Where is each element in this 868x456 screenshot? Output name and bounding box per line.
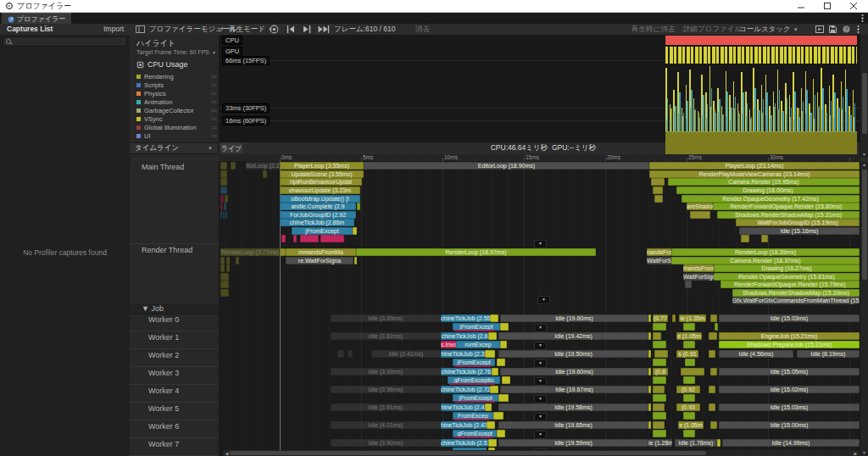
timeline-block[interactable]: [648, 421, 651, 429]
timeline-block[interactable]: mandsFromM: [683, 264, 714, 272]
timeline-block[interactable]: [497, 430, 505, 437]
timeline-block[interactable]: [710, 314, 717, 322]
legend-item-global-illumination[interactable]: Global Illumination==: [136, 123, 216, 131]
timeline-block[interactable]: [653, 376, 666, 384]
timeline-block[interactable]: [485, 403, 492, 411]
timeline-block[interactable]: [717, 439, 721, 447]
timeline-block[interactable]: Idle (19.59ms): [498, 439, 648, 447]
prev-frame-button-icon[interactable]: [287, 25, 295, 33]
timeline-block[interactable]: [220, 289, 229, 297]
timeline-block[interactable]: [683, 412, 695, 420]
timeline-block[interactable]: Shadows.PrepareJob (15.21ms): [719, 341, 860, 348]
timeline-block[interactable]: Render.OpaqueGeometry (15.81ms): [714, 273, 860, 281]
timeline-block[interactable]: [672, 314, 676, 322]
timeline-block[interactable]: Idle (15.03ms): [719, 314, 860, 322]
timeline-block[interactable]: [653, 186, 663, 194]
timeline-block[interactable]: [223, 211, 225, 219]
timeline-block[interactable]: Idle (4.01ms): [331, 421, 441, 429]
current-frame-button-icon[interactable]: [318, 25, 330, 33]
timeline-block[interactable]: [320, 235, 344, 242]
save-icon[interactable]: [829, 25, 837, 33]
timeline-tracks[interactable]: ItorLoop (2.21mPlayerLoop (3.55ms)Editor…: [219, 161, 860, 456]
timeline-block[interactable]: [710, 421, 717, 429]
legend-drag-handle[interactable]: ==: [211, 133, 216, 139]
legend-item-scripts[interactable]: Scripts==: [136, 81, 216, 89]
timeline-block[interactable]: [354, 257, 357, 264]
timeline-block[interactable]: RenderForwardOpaque.Render (15.79ms): [721, 281, 860, 288]
timeline-block[interactable]: RenderLoop (3.77ms): [220, 248, 280, 256]
timeline-block[interactable]: [220, 257, 225, 264]
close-button[interactable]: [841, 0, 866, 11]
play-mode-dropdown[interactable]: 再生モード▼: [229, 25, 273, 35]
timeline-block[interactable]: [654, 195, 663, 203]
timeline-block[interactable]: Drawing (16.27ms): [714, 264, 860, 272]
cpu-usage-module-label[interactable]: CPU Usage: [136, 60, 188, 69]
timeline-scroll-up-icon[interactable]: ▲: [860, 162, 868, 167]
captures-search-input[interactable]: [3, 36, 127, 47]
timeline-block[interactable]: [488, 332, 497, 340]
timeline-block[interactable]: mmandsFromMa: [286, 248, 356, 256]
legend-item-garbagecollector[interactable]: GarbageCollector==: [136, 106, 216, 114]
live-toggle-button[interactable]: ライブ: [220, 143, 242, 153]
timeline-block[interactable]: (0.8: [653, 368, 668, 375]
timeline-block[interactable]: [490, 314, 498, 322]
timeline-block[interactable]: andle.Complete (2.9: [280, 203, 356, 210]
timeline-block[interactable]: [709, 403, 715, 411]
timeline-block[interactable]: Idle (14.99ms): [722, 439, 860, 447]
deep-profile-button[interactable]: 詳細プロファイル: [683, 25, 742, 35]
timeline-block[interactable]: [337, 350, 344, 358]
timeline-block[interactable]: [220, 162, 227, 170]
timeline-scroll-down-icon[interactable]: ▼: [860, 450, 868, 455]
timeline-block[interactable]: [653, 323, 666, 331]
timeline-block[interactable]: RenderForwardOpaque.Render (15.80ms): [713, 203, 860, 210]
target-frame-time-dropdown[interactable]: Target Frame Time: 60 FPS▼: [136, 49, 216, 55]
timeline-block[interactable]: [225, 211, 227, 219]
timeline-block[interactable]: [653, 403, 665, 411]
timeline-block[interactable]: [485, 350, 495, 358]
timeline-block[interactable]: [280, 248, 286, 256]
timeline-block[interactable]: [220, 195, 224, 203]
timeline-block[interactable]: areShadow: [687, 203, 713, 210]
legend-drag-handle[interactable]: ==: [211, 116, 216, 122]
expand-row-button[interactable]: ▼: [537, 296, 550, 304]
help-icon[interactable]: ?: [843, 25, 850, 33]
chart-scrollbar[interactable]: ▼: [860, 35, 868, 158]
legend-item-physics[interactable]: Physics==: [136, 89, 216, 97]
timeline-block[interactable]: Idle (8.19ms): [797, 350, 860, 358]
thread-label-worker-5[interactable]: Worker 5: [148, 404, 179, 413]
thread-label-main-thread[interactable]: Main Thread: [142, 163, 184, 171]
cpu-selection-bar[interactable]: [665, 36, 857, 45]
timeline-block[interactable]: [226, 264, 230, 272]
timeline-block[interactable]: [454, 419, 490, 420]
timeline-block[interactable]: Idle (2.41ms): [371, 350, 441, 358]
timeline-block[interactable]: [220, 203, 223, 210]
timeline-block[interactable]: oBootstrap.Update() [I: [280, 195, 360, 203]
timeline-block[interactable]: re.WaitForSigna: [286, 257, 353, 264]
timeline-block[interactable]: riptRunBehaviourUpdat: [280, 178, 362, 186]
timeline-block[interactable]: Idle (3.93ms): [331, 314, 441, 322]
legend-item-animation[interactable]: Animation==: [136, 97, 216, 106]
timeline-block[interactable]: [353, 227, 357, 235]
timeline-block[interactable]: RenderLoop (18.97ms): [356, 248, 596, 256]
timeline-block[interactable]: [231, 162, 236, 170]
timeline-block[interactable]: [220, 273, 229, 281]
maximize-button[interactable]: [815, 0, 840, 11]
expand-row-button[interactable]: ▼: [534, 324, 547, 332]
timeline-block[interactable]: [653, 332, 661, 340]
timeline-block[interactable]: [225, 195, 228, 203]
timeline-block[interactable]: [761, 235, 768, 242]
timeline-block[interactable]: [263, 170, 267, 178]
timeline-block[interactable]: [685, 359, 695, 366]
timeline-block[interactable]: [653, 430, 666, 437]
timeline-block[interactable]: romExcep: [456, 341, 500, 348]
timeline-block[interactable]: ItorLoop (2.21m: [246, 162, 280, 170]
timeline-block[interactable]: [648, 332, 651, 340]
timeline-block[interactable]: [683, 323, 695, 331]
gpu-activity-bar[interactable]: [665, 47, 857, 64]
toolbar-menu-icon[interactable]: [857, 25, 860, 34]
timeline-block[interactable]: [683, 430, 695, 437]
clear-button[interactable]: 消去: [415, 25, 430, 35]
timeline-block[interactable]: Idle (3.91ms): [331, 403, 441, 411]
timeline-block[interactable]: [648, 386, 651, 393]
timeline-block[interactable]: [293, 235, 297, 242]
